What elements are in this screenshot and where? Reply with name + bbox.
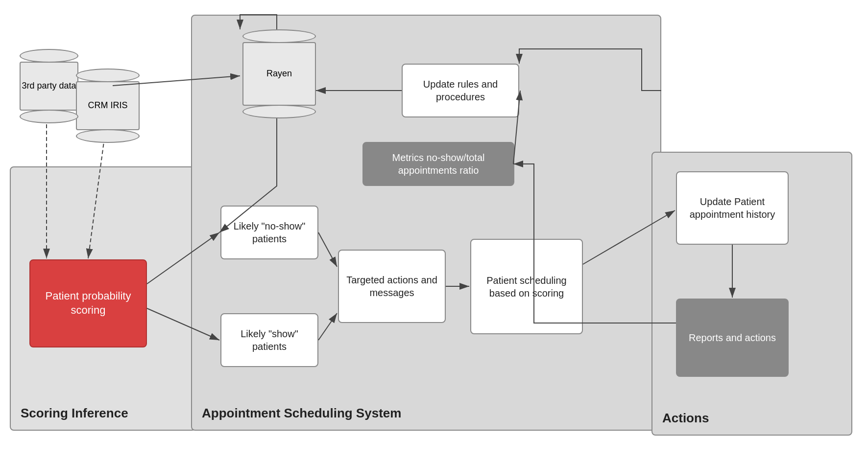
scheduling-label: Appointment Scheduling System: [202, 406, 401, 421]
box-update-patient: Update Patient appointment history: [676, 171, 789, 245]
box-patient-probability: Patient probability scoring: [29, 259, 147, 347]
box-reports-actions: Reports and actions: [676, 299, 789, 377]
scoring-label: Scoring Inference: [21, 406, 128, 421]
box-metrics: Metrics no-show/total appointments ratio: [362, 142, 514, 186]
actions-label: Actions: [662, 411, 709, 426]
cylinder-crm-label: CRM IRIS: [88, 100, 128, 111]
cylinder-crm: CRM IRIS: [73, 69, 142, 143]
box-targeted-actions: Targeted actions and messages: [338, 250, 446, 323]
diagram-container: Scoring Inference Appointment Scheduling…: [0, 0, 868, 462]
box-update-rules: Update rules and procedures: [402, 64, 519, 117]
box-patient-scheduling: Patient scheduling based on scoring: [470, 239, 583, 334]
box-likely-show: Likely "show" patients: [220, 313, 318, 367]
box-likely-noshow: Likely "no-show" patients: [220, 206, 318, 259]
cylinder-3rdparty: 3rd party data: [15, 49, 83, 123]
cylinder-rayen-label: Rayen: [266, 68, 292, 79]
cylinder-3rdparty-label: 3rd party data: [22, 80, 76, 92]
cylinder-rayen: Rayen: [240, 29, 318, 118]
